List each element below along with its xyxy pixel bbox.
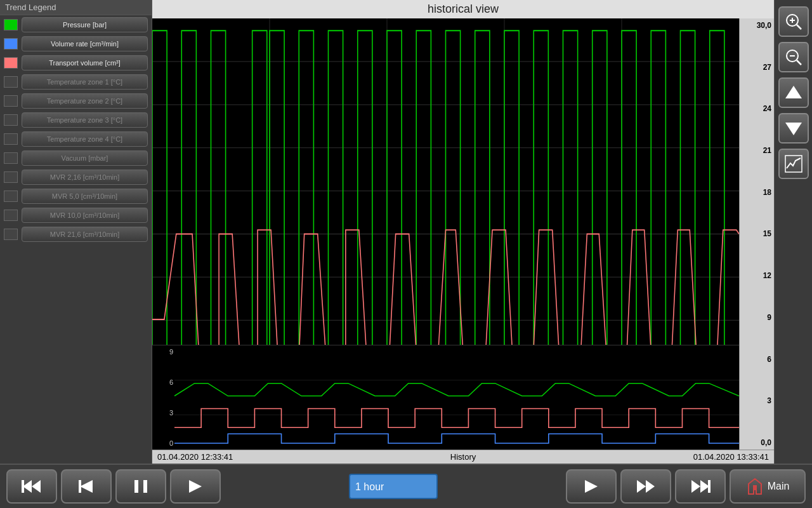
mini-y-tick-0: 0 bbox=[154, 439, 173, 447]
svg-marker-23 bbox=[785, 123, 802, 135]
right-controls bbox=[774, 0, 812, 464]
y-tick-30: 30,0 bbox=[742, 21, 771, 30]
legend-item-2: Transport volume [cm³] bbox=[0, 53, 152, 72]
y-tick-21: 21 bbox=[742, 146, 771, 155]
chart-container: historical view bbox=[152, 0, 774, 464]
legend-item-7: Vacuum [mbar] bbox=[0, 149, 152, 168]
chart-plot: 9 6 3 0 bbox=[152, 18, 739, 450]
legend-btn-5[interactable]: Temperature zone 3 [°C] bbox=[22, 112, 148, 128]
y-tick-15: 15 bbox=[742, 229, 771, 238]
legend-item-5: Temperature zone 3 [°C] bbox=[0, 110, 152, 130]
y-axis-right: 30,0 27 24 21 18 15 12 9 6 3 0,0 bbox=[739, 18, 774, 450]
svg-rect-38 bbox=[708, 480, 710, 493]
legend-item-4: Temperature zone 2 [°C] bbox=[0, 91, 152, 110]
svg-marker-35 bbox=[646, 480, 655, 493]
svg-marker-33 bbox=[585, 480, 598, 493]
forward-button[interactable] bbox=[566, 469, 617, 504]
svg-marker-28 bbox=[80, 480, 93, 493]
legend-color-5 bbox=[4, 114, 18, 126]
legend-btn-10[interactable]: MVR 10,0 [cm³/10min] bbox=[22, 208, 148, 223]
legend-color-3 bbox=[4, 76, 18, 88]
svg-marker-25 bbox=[23, 480, 32, 493]
legend-color-4 bbox=[4, 95, 18, 107]
legend-btn-7[interactable]: Vacuum [mbar] bbox=[22, 150, 148, 166]
y-tick-6: 6 bbox=[742, 355, 771, 364]
y-tick-12: 12 bbox=[742, 271, 771, 280]
chart-footer: 01.04.2020 12:33:41 History 01.04.2020 1… bbox=[152, 450, 774, 464]
legend-item-6: Temperature zone 4 [°C] bbox=[0, 130, 152, 149]
mini-y-tick-6: 6 bbox=[154, 378, 173, 386]
legend-color-0 bbox=[4, 19, 18, 30]
legend-color-2 bbox=[4, 57, 18, 69]
y-tick-18: 18 bbox=[742, 188, 771, 197]
legend-color-10 bbox=[4, 210, 18, 221]
mini-chart-svg bbox=[174, 345, 739, 450]
legend-btn-4[interactable]: Temperature zone 2 [°C] bbox=[22, 93, 148, 109]
main-button-label: Main bbox=[768, 481, 790, 492]
legend-item-8: MVR 2,16 [cm³/10min] bbox=[0, 168, 152, 187]
svg-rect-29 bbox=[79, 480, 81, 493]
svg-marker-37 bbox=[700, 480, 709, 493]
scroll-up-button[interactable] bbox=[778, 77, 809, 108]
zoom-in-button[interactable] bbox=[778, 6, 809, 37]
legend-btn-11[interactable]: MVR 21,6 [cm³/10min] bbox=[22, 227, 148, 242]
svg-rect-30 bbox=[134, 480, 138, 493]
legend-color-11 bbox=[4, 229, 18, 240]
legend-color-1 bbox=[4, 38, 18, 50]
mini-y-tick-3: 3 bbox=[154, 409, 173, 417]
legend-color-9 bbox=[4, 190, 18, 202]
chart-view-button[interactable] bbox=[778, 149, 809, 179]
prev-button[interactable] bbox=[61, 469, 112, 504]
svg-marker-26 bbox=[32, 480, 41, 493]
legend-btn-2[interactable]: Transport volume [cm³] bbox=[22, 55, 148, 70]
chart-title: historical view bbox=[152, 0, 774, 18]
legend-item-3: Temperature zone 1 [°C] bbox=[0, 72, 152, 91]
y-tick-24: 24 bbox=[742, 104, 771, 113]
legend-color-7 bbox=[4, 152, 18, 164]
legend-btn-9[interactable]: MVR 5,0 [cm³/10min] bbox=[22, 189, 148, 204]
legend-color-6 bbox=[4, 133, 18, 145]
main-button[interactable]: Main bbox=[730, 469, 806, 504]
legend-btn-8[interactable]: MVR 2,16 [cm³/10min] bbox=[22, 170, 148, 185]
skip-to-end-button[interactable] bbox=[675, 469, 726, 504]
svg-line-21 bbox=[797, 60, 801, 65]
legend-btn-1[interactable]: Volume rate [cm³/min] bbox=[22, 36, 148, 51]
rewind-button[interactable] bbox=[6, 469, 57, 504]
svg-line-18 bbox=[797, 25, 801, 29]
chart-body: 9 6 3 0 bbox=[152, 18, 774, 450]
footer-center: History bbox=[450, 452, 476, 462]
legend-btn-3[interactable]: Temperature zone 1 [°C] bbox=[22, 74, 148, 90]
footer-left: 01.04.2020 12:33:41 bbox=[157, 452, 233, 462]
toolbar-nav-left bbox=[6, 469, 221, 504]
legend-btn-0[interactable]: Pressure [bar] bbox=[22, 17, 148, 32]
mini-y-tick-9: 9 bbox=[154, 348, 173, 356]
y-tick-27: 27 bbox=[742, 63, 771, 72]
legend-item-9: MVR 5,0 [cm³/10min] bbox=[0, 187, 152, 206]
pause-button[interactable] bbox=[115, 469, 166, 504]
legend-item-11: MVR 21,6 [cm³/10min] bbox=[0, 225, 152, 244]
toolbar-nav-right: Main bbox=[566, 469, 806, 504]
legend-item-1: Volume rate [cm³/min] bbox=[0, 34, 152, 53]
play-button[interactable] bbox=[170, 469, 221, 504]
svg-rect-27 bbox=[22, 480, 24, 493]
fast-forward-button[interactable] bbox=[620, 469, 671, 504]
svg-marker-22 bbox=[785, 86, 802, 98]
y-tick-9: 9 bbox=[742, 313, 771, 322]
y-tick-3: 3 bbox=[742, 396, 771, 405]
svg-marker-36 bbox=[691, 480, 700, 493]
legend-color-8 bbox=[4, 171, 18, 183]
zoom-out-button[interactable] bbox=[778, 42, 809, 72]
footer-right: 01.04.2020 13:33:41 bbox=[693, 452, 769, 462]
bottom-toolbar: 1 hour2 hours4 hours8 hours12 hours24 ho… bbox=[0, 464, 812, 508]
scroll-down-button[interactable] bbox=[778, 113, 809, 144]
legend-title: Trend Legend bbox=[0, 0, 152, 15]
svg-rect-40 bbox=[753, 485, 757, 490]
svg-marker-32 bbox=[189, 480, 202, 493]
legend-item-10: MVR 10,0 [cm³/10min] bbox=[0, 206, 152, 225]
svg-marker-34 bbox=[637, 480, 646, 493]
toolbar-center: 1 hour2 hours4 hours8 hours12 hours24 ho… bbox=[349, 474, 438, 499]
time-select-wrapper: 1 hour2 hours4 hours8 hours12 hours24 ho… bbox=[349, 474, 438, 499]
legend-item-0: Pressure [bar] bbox=[0, 15, 152, 34]
time-select[interactable]: 1 hour2 hours4 hours8 hours12 hours24 ho… bbox=[349, 474, 438, 499]
legend-btn-6[interactable]: Temperature zone 4 [°C] bbox=[22, 131, 148, 147]
